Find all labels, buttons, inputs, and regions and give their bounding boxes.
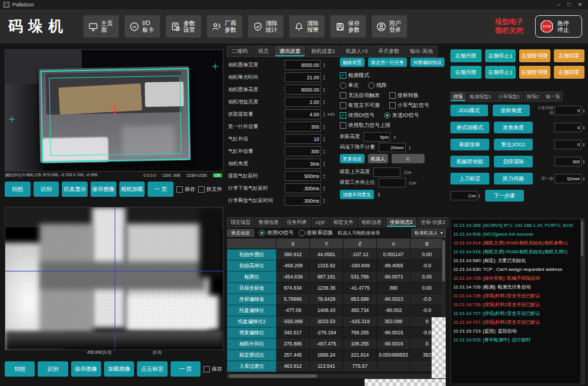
stepper-input[interactable]	[554, 157, 582, 166]
stepper-arrows[interactable]: ▴▾	[583, 176, 584, 182]
toolbar-button-shield[interactable]: 清除统计	[248, 15, 283, 38]
depth-button-3[interactable]: 加载图像	[104, 361, 134, 377]
param-tab-0[interactable]: 二维码	[227, 46, 252, 57]
toolbar-button-io[interactable]: I/OI/O 板卡	[125, 15, 160, 38]
scrollbar-thumb[interactable]	[229, 374, 317, 378]
param-input[interactable]	[285, 134, 321, 144]
param-mid-button-0[interactable]: 更多信息	[340, 154, 365, 163]
close-button[interactable]: ✕	[577, 2, 582, 8]
stack-tab-3[interactable]: 拆垛2	[524, 92, 542, 102]
table-row-label[interactable]: 初始作围位	[227, 249, 276, 260]
scrollbar-thumb[interactable]	[581, 221, 583, 256]
depth-button-5[interactable]: 一 页	[171, 361, 201, 377]
table-tab-5[interactable]: 电机信息	[358, 217, 385, 227]
stepper-arrows[interactable]: ▴▾	[323, 62, 325, 68]
control-button[interactable]: 刷新坐标	[450, 139, 489, 150]
param-tab-5[interactable]: 手爪参数	[373, 46, 404, 57]
toolbar-button-vendor[interactable]: 厂商参数	[207, 15, 242, 38]
table-tab-7[interactable]: 坐标-切换2	[417, 217, 449, 227]
option-radio[interactable]: 发送IO信号	[384, 112, 419, 119]
option-checkbox[interactable]: ✓检测模式	[340, 72, 369, 79]
table-row-label[interactable]: 标定测试位	[227, 350, 276, 361]
stepper-input[interactable]	[554, 174, 582, 183]
table-tab-2[interactable]: 任务列表	[283, 217, 310, 227]
depth-button-1[interactable]: 识别	[38, 361, 68, 377]
table-tab-4[interactable]: 标定文件	[330, 217, 357, 227]
table-row-label[interactable]: 托盘偏移位2	[227, 316, 276, 327]
param-tab-3[interactable]: 相机设置1	[306, 46, 340, 57]
control-button[interactable]: 复位JOG1	[494, 139, 533, 150]
param-mid-button-2[interactable]: C	[392, 154, 425, 163]
table-tab-1[interactable]: 数据信息	[255, 217, 282, 227]
axis-button-0[interactable]: 左侧升降	[450, 49, 482, 62]
toolbar-button-doc-gear[interactable]: 参数设置	[166, 15, 201, 38]
param-tab-2[interactable]: 通讯设置	[275, 46, 305, 57]
connect-opinion-button[interactable]: 连接不同意见	[340, 190, 374, 199]
stepper-arrows[interactable]: ▴▾	[323, 198, 325, 203]
option-checkbox[interactable]: 无法自动触发	[340, 92, 380, 99]
stepper-arrows[interactable]: ▴▾	[583, 125, 584, 130]
cm-field-input[interactable]	[379, 178, 406, 187]
maximize-button[interactable]: □	[567, 2, 570, 8]
param-input[interactable]	[285, 159, 321, 169]
camera-button-5[interactable]: 一 页	[148, 182, 173, 197]
control-button[interactable]: 发角角度	[494, 122, 533, 133]
stepper-input[interactable]	[554, 106, 582, 115]
axis-button-1[interactable]: 左侧停止1	[485, 49, 516, 62]
stepper-arrows[interactable]: ▴▾	[583, 159, 584, 165]
use-io-radio[interactable]: 使用IO信号	[259, 229, 294, 237]
param-input[interactable]	[285, 122, 321, 132]
axis-button-6[interactable]: 右侧暂停降	[519, 66, 550, 79]
option-radio[interactable]: 单次	[340, 82, 359, 89]
param-top-button-1[interactable]: 状态另一行任务	[368, 58, 407, 67]
param-input[interactable]	[285, 171, 321, 181]
table-row-label[interactable]: 初始高停位	[227, 260, 276, 271]
table-tab-0[interactable]: 现在垛型	[227, 217, 254, 227]
param-input[interactable]	[285, 109, 321, 119]
stepper-input[interactable]	[450, 191, 477, 200]
cm-field-input[interactable]	[373, 167, 400, 177]
param-input[interactable]	[285, 60, 321, 70]
camera-button-1[interactable]: 识别	[34, 182, 59, 197]
depth-button-2[interactable]: 保存图像	[71, 361, 101, 377]
stepper-arrows[interactable]: ▴▾	[323, 173, 325, 179]
axis-button-3[interactable]: 左侧回零	[554, 49, 585, 62]
option-checkbox[interactable]: ✓使用DI信号	[340, 112, 375, 119]
axis-button-2[interactable]: 左侧暂停降	[519, 49, 550, 62]
param-input[interactable]	[285, 97, 321, 107]
table-tab-6[interactable]: 坐标状态2	[386, 217, 416, 227]
param-tab-1[interactable]: 状态	[253, 46, 273, 57]
log-scrollbar[interactable]	[580, 219, 584, 384]
toolbar-button-user[interactable]: 用户登录	[372, 15, 407, 38]
option-radio[interactable]: 线阵	[368, 82, 387, 89]
depth-checkbox[interactable]: 保存	[203, 365, 222, 373]
camera-button-4[interactable]: 相机加载	[119, 182, 145, 197]
depth-button-4[interactable]: 点云标定	[137, 361, 167, 377]
control-button[interactable]: 启停清除	[494, 156, 533, 167]
stepper-arrows[interactable]: ▴▾	[323, 99, 325, 105]
depth-button-0[interactable]: 拍照	[5, 361, 35, 377]
camera-checkbox[interactable]: 拆文件	[198, 186, 222, 193]
table-row-label[interactable]: 坐标偏移值	[227, 294, 276, 305]
axis-button-5[interactable]: 右侧停止1	[485, 66, 516, 79]
table-row-label[interactable]: 背景偏移位	[227, 327, 276, 338]
stack-tab-0[interactable]: 排垛	[450, 92, 466, 102]
table-row-label[interactable]: 目标坐标值	[227, 283, 276, 294]
table-tab-3[interactable]: ADF	[312, 217, 329, 227]
stack-tab-1[interactable]: 检测垛型1	[467, 92, 494, 102]
stack-tab-2[interactable]: 小车垛型1	[495, 92, 522, 102]
table-row-label[interactable]: 托盘偏移位	[227, 305, 276, 316]
emergency-stop-button[interactable]: STOP 急停停止	[535, 15, 582, 38]
param-input[interactable]	[285, 196, 321, 206]
stepper-arrows[interactable]: ▴▾	[409, 145, 411, 150]
minimize-button[interactable]: –	[557, 2, 560, 8]
stepper-arrows[interactable]: ▴▾	[323, 161, 325, 166]
table-row-label[interactable]: 相机中间位	[227, 338, 276, 350]
stepper-arrows[interactable]: ▴▾	[323, 186, 325, 191]
stepper-arrows[interactable]: ▴▾	[583, 142, 584, 147]
status-info-button[interactable]: 状态信息	[227, 229, 254, 237]
option-checkbox[interactable]: 小车气缸信号	[389, 102, 429, 109]
param-tab-4[interactable]: 机器人>3	[341, 46, 372, 57]
camera-button-2[interactable]: 仿真显示	[62, 182, 88, 197]
robot-select[interactable]: 检查机器人 ▾	[412, 229, 446, 237]
